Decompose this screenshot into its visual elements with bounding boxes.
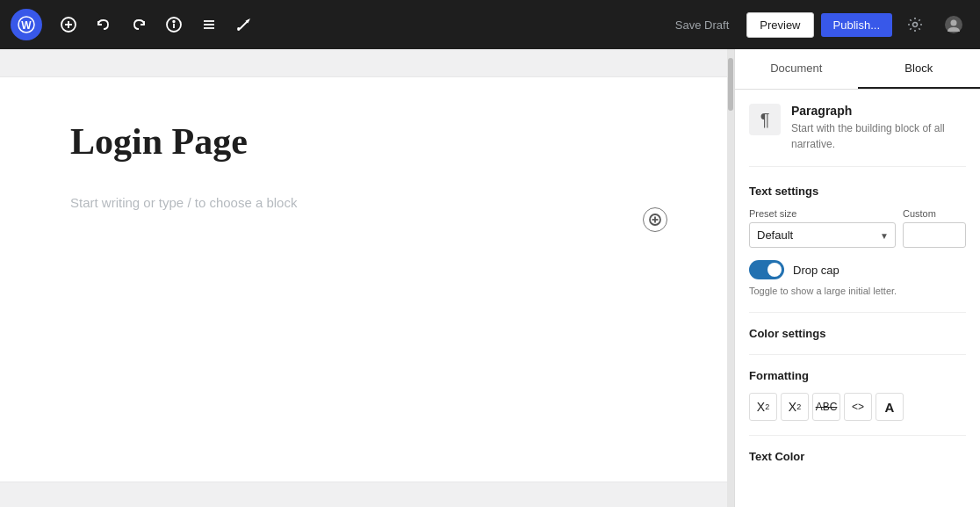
drop-cap-toggle-row: Drop cap (749, 260, 966, 279)
main-area: Login Page Start writing or type / to ch… (0, 49, 980, 507)
preset-size-label: Preset size (749, 208, 896, 219)
editor-area[interactable]: Login Page Start writing or type / to ch… (0, 49, 727, 507)
publish-button[interactable]: Publish... (821, 13, 892, 37)
settings-button[interactable] (899, 9, 931, 40)
preset-size-select[interactable]: Default Small Normal Medium Large Extra … (749, 222, 896, 248)
editor-canvas: Login Page Start writing or type / to ch… (0, 77, 727, 482)
block-name: Paragraph (791, 104, 966, 118)
list-view-button[interactable] (193, 9, 225, 40)
divider-3 (749, 435, 966, 436)
block-description: Start with the building block of all nar… (791, 120, 966, 152)
strikethrough-button[interactable]: ABC (812, 393, 840, 421)
user-button[interactable] (938, 9, 969, 40)
color-settings-header: Color settings (749, 327, 966, 340)
redo-button[interactable] (123, 9, 155, 40)
toggle-thumb (767, 263, 782, 277)
inline-add-block-button[interactable] (643, 207, 667, 232)
page-title[interactable]: Login Page (70, 120, 657, 163)
add-block-toolbar-button[interactable] (53, 9, 84, 40)
preset-row: Preset size Default Small Normal Medium … (749, 208, 966, 248)
tab-document[interactable]: Document (735, 49, 858, 89)
block-type-icon: ¶ (749, 104, 781, 135)
preset-select-wrapper: Default Small Normal Medium Large Extra … (749, 222, 896, 248)
info-button[interactable] (158, 9, 190, 40)
divider-2 (749, 354, 966, 355)
svg-point-7 (173, 21, 175, 23)
format-buttons-row: X2 X2 ABC <> A (749, 393, 966, 421)
undo-button[interactable] (88, 9, 119, 40)
divider-1 (749, 312, 966, 313)
text-settings-header: Text settings (749, 185, 966, 198)
formatting-section: Formatting X2 X2 ABC <> A (749, 369, 966, 421)
wp-logo-button[interactable]: W (11, 9, 42, 40)
right-panel: Document Block ¶ Paragraph Start with th… (734, 49, 980, 507)
custom-size-input[interactable] (903, 222, 966, 248)
preset-size-col: Preset size Default Small Normal Medium … (749, 208, 896, 248)
editor-placeholder-area[interactable]: Start writing or type / to choose a bloc… (70, 192, 657, 214)
drop-cap-description: Toggle to show a large initial letter. (749, 285, 966, 298)
tab-block[interactable]: Block (858, 49, 981, 89)
text-format-button[interactable]: A (876, 393, 904, 421)
block-info-text: Paragraph Start with the building block … (791, 104, 966, 152)
panel-content: ¶ Paragraph Start with the building bloc… (735, 90, 980, 477)
preview-button[interactable]: Preview (746, 12, 813, 38)
formatting-header: Formatting (749, 369, 966, 382)
svg-point-14 (951, 20, 957, 26)
tools-button[interactable] (228, 9, 260, 40)
text-settings-section: Text settings Preset size Default Small … (749, 185, 966, 298)
editor-scrollbar[interactable] (727, 49, 734, 507)
text-color-section: Text Color (749, 450, 966, 463)
svg-text:W: W (21, 19, 32, 32)
drop-cap-label: Drop cap (793, 264, 839, 277)
svg-point-12 (913, 23, 918, 27)
toolbar-right: Save Draft Preview Publish... (665, 9, 969, 40)
scrollbar-thumb[interactable] (728, 58, 733, 111)
custom-size-col: Custom (903, 208, 966, 248)
superscript-button[interactable]: X2 (749, 393, 777, 421)
save-draft-button[interactable]: Save Draft (665, 13, 739, 37)
placeholder-text: Start writing or type / to choose a bloc… (70, 195, 297, 210)
code-button[interactable]: <> (844, 393, 872, 421)
drop-cap-toggle[interactable] (749, 260, 784, 279)
panel-tabs: Document Block (735, 49, 980, 90)
subscript-button[interactable]: X2 (781, 393, 809, 421)
color-settings-section: Color settings (749, 327, 966, 340)
custom-size-label: Custom (903, 208, 966, 219)
block-info: ¶ Paragraph Start with the building bloc… (749, 104, 966, 167)
toolbar: W (0, 0, 980, 49)
text-color-header: Text Color (749, 450, 966, 463)
